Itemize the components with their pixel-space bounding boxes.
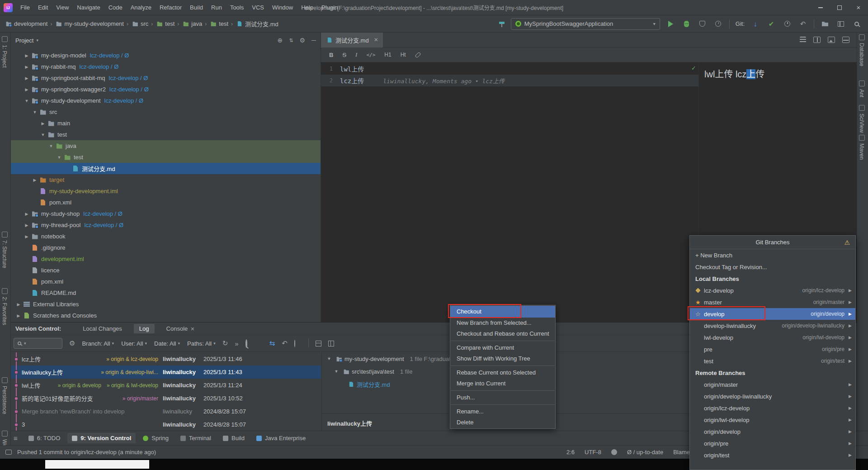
log-filter-date[interactable]: Date: All▾ bbox=[154, 340, 180, 347]
tool-window-button-todo[interactable]: 6: TODO bbox=[24, 433, 65, 443]
tree-item[interactable]: ▼src bbox=[11, 106, 321, 118]
more-actions-button[interactable]: » bbox=[235, 340, 238, 347]
show-details-button[interactable] bbox=[328, 341, 334, 347]
preview-image-icon[interactable] bbox=[828, 37, 835, 43]
log-row[interactable]: Merge branch 'newBranch' into developliw… bbox=[11, 405, 321, 418]
tree-item[interactable]: ▼java bbox=[11, 140, 321, 152]
expand-arrow[interactable]: ▶ bbox=[39, 121, 47, 126]
rollback-button[interactable]: ↶ bbox=[798, 19, 808, 29]
branch-item-develop[interactable]: ☆developorigin/develop▶ bbox=[690, 308, 855, 320]
tree-item[interactable]: pom.xml bbox=[11, 276, 321, 287]
header1-button[interactable]: H1 bbox=[384, 52, 391, 58]
commit-button[interactable]: ✔ bbox=[766, 19, 776, 29]
branches-action[interactable]: Checkout Tag or Revision... bbox=[690, 261, 855, 273]
tree-item[interactable]: ▶Scratches and Consoles bbox=[11, 310, 321, 321]
tree-item[interactable]: README.md bbox=[11, 287, 321, 299]
build-project-icon[interactable] bbox=[499, 21, 505, 27]
expand-arrow[interactable]: ▼ bbox=[23, 99, 31, 103]
editor-layout-icon[interactable] bbox=[842, 37, 849, 43]
expand-arrow[interactable]: ▶ bbox=[31, 178, 39, 182]
menu-view[interactable]: View bbox=[52, 4, 73, 11]
log-filter-branch[interactable]: Branch: All▾ bbox=[82, 340, 114, 347]
git-status-widget[interactable]: Ø / up-to-date bbox=[627, 449, 663, 456]
stripe-button[interactable]: 2: Favorites bbox=[1, 288, 8, 325]
code-span-button[interactable]: </> bbox=[366, 52, 375, 58]
bold-button[interactable]: B bbox=[329, 52, 333, 58]
menu-file[interactable]: File bbox=[16, 4, 34, 11]
tree-item[interactable]: ▶my-design-modellcz-develop / Ø bbox=[11, 50, 321, 61]
remote-branch-item[interactable]: origin/develop▶ bbox=[690, 426, 855, 437]
branch-item-lwl-develop[interactable]: lwl-developorigin/lwl-develop▶ bbox=[690, 332, 855, 343]
tree-item[interactable]: ▶External Libraries bbox=[11, 299, 321, 310]
expand-arrow[interactable]: ▶ bbox=[23, 212, 31, 216]
tree-item[interactable]: pom.xml bbox=[11, 197, 321, 208]
expand-arrow[interactable]: ▶ bbox=[23, 234, 31, 239]
coverage-button[interactable] bbox=[698, 19, 708, 29]
context-menu-item[interactable]: Push... bbox=[450, 392, 555, 403]
tool-window-button-vcs[interactable]: 9: Version Control bbox=[67, 433, 136, 443]
tree-item[interactable]: my-study-development.iml bbox=[11, 185, 321, 197]
log-row[interactable]: lcz上传» origin & lcz-developliwinallucky2… bbox=[11, 352, 321, 366]
settings-gear-button[interactable]: ⚙ bbox=[69, 339, 75, 347]
tool-window-switcher-icon[interactable] bbox=[5, 450, 12, 455]
remote-branch-item[interactable]: origin/develop-liwinallucky▶ bbox=[690, 390, 855, 402]
update-project-button[interactable]: ↓ bbox=[750, 19, 760, 29]
collapse-all-button[interactable]: ⇅ bbox=[289, 38, 293, 43]
window-menu-icon[interactable]: ≡ bbox=[14, 434, 18, 442]
tool-window-button-spring[interactable]: Spring bbox=[138, 433, 173, 443]
menu-tools[interactable]: Tools bbox=[226, 4, 248, 11]
inspection-ok-icon[interactable]: ✓ bbox=[691, 65, 696, 71]
run-configuration-select[interactable]: MySpringBootSwaggerApplication ▾ bbox=[511, 18, 660, 30]
run-button[interactable] bbox=[666, 19, 676, 29]
context-menu-item[interactable]: Merge into Current bbox=[450, 378, 555, 389]
toc-icon[interactable] bbox=[800, 37, 806, 43]
menu-refactor[interactable]: Refactor bbox=[156, 4, 186, 11]
source-editor[interactable]: 1 lwl上传 2 lcz上传 liwinallucky, Moments ag… bbox=[321, 63, 698, 322]
profiler-button[interactable] bbox=[713, 19, 723, 29]
maximize-button[interactable] bbox=[830, 0, 849, 15]
close-tab-icon[interactable]: ✕ bbox=[374, 37, 378, 43]
menu-run[interactable]: Run bbox=[207, 4, 226, 11]
menu-navigate[interactable]: Navigate bbox=[73, 4, 104, 11]
breadcrumb-item[interactable]: my-study-development bbox=[55, 18, 124, 29]
link-icon[interactable] bbox=[415, 52, 421, 58]
tool-window-button-jee[interactable]: Java Enterprise bbox=[252, 433, 310, 443]
breadcrumb-item[interactable]: test bbox=[156, 18, 175, 29]
show-history-button[interactable] bbox=[294, 340, 295, 347]
search-everywhere-button[interactable] bbox=[852, 19, 862, 29]
tree-item[interactable]: licence bbox=[11, 265, 321, 276]
tree-item[interactable]: development.iml bbox=[11, 253, 321, 265]
stripe-button[interactable]: Maven bbox=[859, 135, 865, 160]
context-menu-item[interactable]: New Branch from Selected... bbox=[450, 318, 555, 328]
expand-arrow[interactable]: ▶ bbox=[23, 53, 31, 58]
menu-code[interactable]: Code bbox=[104, 4, 127, 11]
tree-item[interactable]: ▶my-thread-poollcz-develop / Ø bbox=[11, 219, 321, 231]
restore-layout-button[interactable] bbox=[836, 19, 846, 29]
menu-vcs[interactable]: VCS bbox=[248, 4, 268, 11]
expand-arrow[interactable]: ▶ bbox=[14, 313, 23, 318]
close-button[interactable]: × bbox=[849, 0, 868, 15]
refresh-button[interactable]: ↻ bbox=[222, 339, 228, 347]
tree-item[interactable]: .gitignore bbox=[11, 242, 321, 253]
menu-build[interactable]: Build bbox=[186, 4, 207, 11]
stripe-button[interactable]: SciView bbox=[859, 105, 865, 133]
settings-gear-button[interactable]: ⚙ bbox=[300, 37, 306, 44]
log-filter-paths[interactable]: Paths: All▾ bbox=[187, 340, 216, 347]
expand-arrow[interactable]: ▶ bbox=[14, 302, 23, 307]
tool-window-button-terminal[interactable]: Terminal bbox=[176, 433, 216, 443]
breadcrumb-item[interactable]: test bbox=[209, 18, 228, 29]
expand-arrow[interactable]: ▶ bbox=[23, 76, 31, 81]
editor-line-current[interactable]: 2 lcz上传 liwinallucky, Moments ago • lcz上… bbox=[321, 75, 698, 86]
tab-log[interactable]: Log bbox=[134, 324, 155, 333]
debug-button[interactable] bbox=[682, 19, 692, 29]
tab-local-changes[interactable]: Local Changes bbox=[77, 324, 127, 333]
context-menu-item[interactable]: Show Diff with Working Tree bbox=[450, 353, 555, 364]
expand-arrow[interactable]: ▼ bbox=[326, 356, 333, 361]
log-row[interactable]: 新的笔记01好像是新的分支» origin/masterliwinallucky… bbox=[11, 392, 321, 405]
remote-branch-item[interactable]: origin/lcz-develop▶ bbox=[690, 402, 855, 414]
header-level-button[interactable]: Ht bbox=[401, 52, 406, 58]
tool-window-button-build[interactable]: Build bbox=[218, 433, 249, 443]
context-menu-item[interactable]: Rename... bbox=[450, 406, 555, 417]
expand-arrow[interactable]: ▼ bbox=[333, 369, 340, 374]
italic-button[interactable]: I bbox=[355, 51, 357, 58]
